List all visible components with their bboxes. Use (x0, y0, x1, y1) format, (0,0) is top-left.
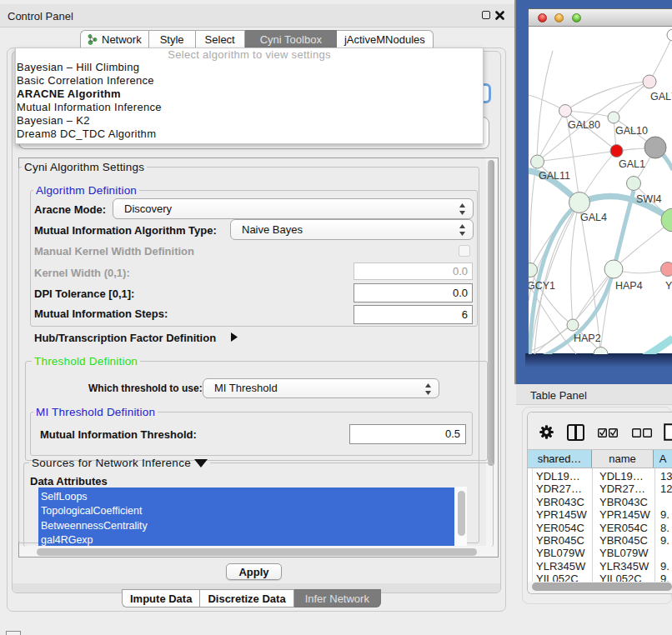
svg-text:GAL4: GAL4 (580, 212, 607, 223)
svg-text:Y: Y (665, 280, 672, 292)
svg-text:GAL1: GAL1 (619, 158, 645, 170)
svg-text:SWI4: SWI4 (636, 193, 662, 205)
svg-text:GAL10: GAL10 (615, 125, 648, 137)
svg-text:GAL80: GAL80 (568, 119, 600, 131)
svg-text:GCY1: GCY1 (529, 280, 555, 292)
svg-text:GAL11: GAL11 (539, 170, 570, 182)
svg-text:GAL7: GAL7 (650, 91, 672, 102)
svg-text:HAP4: HAP4 (615, 280, 643, 292)
svg-text:HAP2: HAP2 (574, 332, 601, 344)
